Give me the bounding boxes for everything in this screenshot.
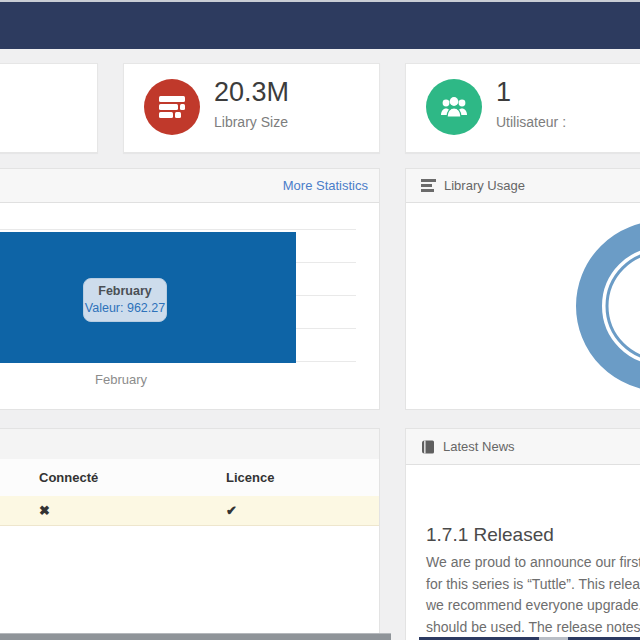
tooltip-value: Valeur: 962.27 bbox=[84, 301, 166, 315]
users-label: Utilisateur : bbox=[496, 114, 566, 130]
x-axis-label: February bbox=[71, 372, 171, 387]
news-line: for this series is “Tuttle”. This releas… bbox=[426, 574, 640, 596]
library-size-value: 20.3M bbox=[214, 77, 289, 108]
table-row: ✖ ✔ bbox=[0, 496, 379, 526]
news-line: should be used. The release notes […] Fu… bbox=[426, 617, 640, 639]
column-header-licence: Licence bbox=[226, 470, 274, 485]
users-table-panel: Connecté Licence ✖ ✔ bbox=[0, 428, 380, 635]
users-table-header-bar bbox=[0, 429, 379, 460]
library-size-label: Library Size bbox=[214, 114, 288, 130]
latest-news-panel: Latest News 1.7.1 Released We are proud … bbox=[405, 428, 640, 640]
stat-card-users: 1 Utilisateur : bbox=[405, 63, 640, 153]
navbar bbox=[0, 2, 640, 49]
table-header-row: Connecté Licence bbox=[0, 459, 379, 497]
dashboard-screen: 20.3M Library Size 1 Utilisateur : More … bbox=[0, 0, 640, 640]
tooltip-title: February bbox=[84, 284, 166, 298]
connecte-cross-icon: ✖ bbox=[39, 503, 50, 518]
news-heading-171: 1.7.1 Released bbox=[426, 524, 554, 546]
stat-card-library-size: 20.3M Library Size bbox=[123, 63, 380, 153]
licence-check-icon: ✔ bbox=[226, 503, 237, 518]
bar-chart-icon bbox=[421, 179, 436, 192]
statistics-panel: More Statistics February Valeur: 962.27 … bbox=[0, 168, 380, 410]
chart-tooltip: February Valeur: 962.27 bbox=[83, 278, 167, 322]
news-paragraph: We are proud to announce our first bug f… bbox=[426, 552, 640, 638]
library-usage-panel: Library Usage bbox=[405, 168, 640, 410]
latest-news-title: Latest News bbox=[443, 439, 515, 454]
more-statistics-link[interactable]: More Statistics bbox=[283, 178, 368, 193]
bottom-left-strip bbox=[0, 633, 391, 640]
column-header-connecte: Connecté bbox=[39, 470, 98, 485]
latest-news-header: Latest News bbox=[406, 429, 640, 465]
statistics-panel-header: More Statistics bbox=[0, 169, 379, 203]
users-icon bbox=[426, 79, 482, 135]
news-line: we recommend everyone upgrade. This is bbox=[426, 595, 640, 617]
news-line: We are proud to announce our first bug f… bbox=[426, 552, 640, 574]
server-stack-icon bbox=[144, 79, 200, 135]
users-value: 1 bbox=[496, 77, 511, 108]
library-usage-title: Library Usage bbox=[444, 178, 525, 193]
stat-card-partial bbox=[0, 63, 98, 153]
library-usage-donut-chart bbox=[406, 202, 640, 409]
library-usage-header: Library Usage bbox=[406, 169, 640, 203]
book-icon bbox=[421, 440, 435, 454]
chart-gridline bbox=[0, 229, 356, 230]
